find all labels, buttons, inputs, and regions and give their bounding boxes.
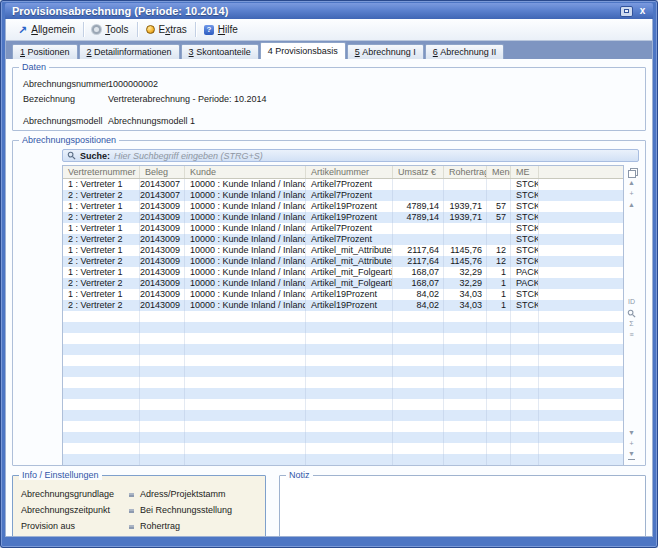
cell: 20143007 bbox=[140, 179, 185, 190]
sum-icon[interactable]: Σ bbox=[629, 319, 633, 330]
table-row-empty bbox=[63, 355, 623, 366]
table-row[interactable]: 1 : Vertreter 12014300910000 : Kunde Inl… bbox=[63, 245, 623, 256]
toolbar-item-label: Extras bbox=[159, 24, 187, 35]
column-header-kunde[interactable]: Kunde bbox=[185, 166, 306, 178]
cell bbox=[539, 300, 623, 311]
filter-icon[interactable]: ≡ bbox=[629, 330, 633, 341]
cell bbox=[393, 234, 444, 245]
cell: 2 : Vertreter 2 bbox=[63, 256, 140, 267]
search-bar[interactable]: Suche: bbox=[62, 149, 639, 162]
table-row[interactable]: 2 : Vertreter 22014300910000 : Kunde Inl… bbox=[63, 256, 623, 267]
cell bbox=[63, 366, 140, 377]
daten-legend: Daten bbox=[19, 62, 49, 72]
column-header-vertreternummer[interactable]: Vertreternummer bbox=[63, 166, 140, 178]
zoom-icon[interactable] bbox=[627, 308, 636, 319]
scroll-last-icon[interactable]: ▼ bbox=[628, 449, 635, 460]
gear-icon bbox=[92, 25, 101, 34]
table-row[interactable]: 2 : Vertreter 22014300910000 : Kunde Inl… bbox=[63, 300, 623, 311]
cell: Artikel19Prozent bbox=[306, 201, 393, 212]
toolbar-item-tools[interactable]: Tools bbox=[84, 19, 136, 40]
table-row[interactable]: 1 : Vertreter 12014300910000 : Kunde Inl… bbox=[63, 267, 623, 278]
field-label: Abrechnungsnummer bbox=[23, 79, 108, 89]
cell: 32,29 bbox=[444, 278, 487, 289]
toolbar-item-allgemein[interactable]: ↗Allgemein bbox=[10, 19, 83, 40]
table-row[interactable]: 1 : Vertreter 12014300910000 : Kunde Inl… bbox=[63, 201, 623, 212]
cell bbox=[63, 377, 140, 388]
row-id-icon[interactable]: ID bbox=[628, 297, 635, 308]
field-value: Vertreterabrechnung - Periode: 10.2014 bbox=[108, 94, 267, 104]
tab-skontoanteile[interactable]: 3 Skontoanteile bbox=[181, 44, 259, 59]
cell: 10000 : Kunde Inland / Inlandsort bbox=[185, 245, 306, 256]
cell bbox=[444, 190, 487, 201]
tab-abrechnung-ii[interactable]: 6 Abrechnung II bbox=[425, 44, 505, 59]
cell bbox=[487, 234, 511, 245]
cell bbox=[487, 377, 511, 388]
cell bbox=[539, 443, 623, 454]
close-button[interactable]: x bbox=[636, 6, 649, 17]
export-icon[interactable] bbox=[628, 166, 636, 177]
title-bar[interactable]: Provisionsabrechnung (Periode: 10.2014) … bbox=[5, 3, 653, 19]
table-row[interactable]: 1 : Vertreter 12014300710000 : Kunde Inl… bbox=[63, 179, 623, 190]
column-header-me[interactable]: ME bbox=[511, 166, 539, 178]
cell: 2 : Vertreter 2 bbox=[63, 300, 140, 311]
tab-detailinformationen[interactable]: 2 Detailinformationen bbox=[79, 44, 180, 59]
table-row[interactable]: 2 : Vertreter 22014300910000 : Kunde Inl… bbox=[63, 234, 623, 245]
table-row[interactable]: 1 : Vertreter 12014300910000 : Kunde Inl… bbox=[63, 289, 623, 300]
cell bbox=[487, 366, 511, 377]
restore-button[interactable] bbox=[620, 6, 633, 17]
cell bbox=[306, 311, 393, 322]
cell: STCK bbox=[511, 245, 539, 256]
cell: STCK bbox=[511, 223, 539, 234]
field-row-abrechnungsnummer: Abrechnungsnummer1000000002 bbox=[23, 76, 635, 91]
cell bbox=[306, 333, 393, 344]
table-row-empty bbox=[63, 377, 623, 388]
toolbar-item-hilfe[interactable]: ?Hilfe bbox=[196, 19, 246, 40]
cell bbox=[393, 443, 444, 454]
cell bbox=[511, 421, 539, 432]
cell: STCK bbox=[511, 289, 539, 300]
cell bbox=[539, 333, 623, 344]
tab-positionen[interactable]: 1 Positionen bbox=[12, 44, 78, 59]
column-header-rohertrag[interactable]: Rohertrag € bbox=[444, 166, 487, 178]
scroll-first-icon[interactable]: ▲ bbox=[628, 177, 635, 188]
table-row[interactable]: 1 : Vertreter 12014300910000 : Kunde Inl… bbox=[63, 223, 623, 234]
tab-abrechnung-i[interactable]: 5 Abrechnung I bbox=[347, 44, 424, 59]
info-einstellungen-legend: Info / Einstellungen bbox=[19, 470, 102, 480]
cell: 84,02 bbox=[393, 300, 444, 311]
help-icon: ? bbox=[204, 25, 214, 35]
table-row[interactable]: 2 : Vertreter 22014300910000 : Kunde Inl… bbox=[63, 278, 623, 289]
cell: 12 bbox=[487, 245, 511, 256]
cell: PACK bbox=[511, 278, 539, 289]
table-row[interactable]: 2 : Vertreter 22014300910000 : Kunde Inl… bbox=[63, 212, 623, 223]
row-append-icon[interactable]: + bbox=[629, 438, 633, 449]
column-header-menge[interactable]: Menge bbox=[487, 166, 511, 178]
toolbar-item-label: Hilfe bbox=[218, 24, 238, 35]
field-row-bezeichnung: BezeichnungVertreterabrechnung - Periode… bbox=[23, 91, 635, 106]
notiz-group[interactable]: Notiz bbox=[279, 475, 646, 536]
cell bbox=[306, 388, 393, 399]
column-header-umsatz[interactable]: Umsatz € bbox=[393, 166, 444, 178]
cell: 10000 : Kunde Inland / Inlandsort bbox=[185, 212, 306, 223]
toolbar-item-extras[interactable]: Extras bbox=[138, 19, 195, 40]
cell bbox=[140, 410, 185, 421]
search-input[interactable] bbox=[114, 151, 634, 161]
scroll-up-icon[interactable]: ▲ bbox=[628, 199, 635, 210]
scroll-down-icon[interactable]: ▼ bbox=[628, 427, 635, 438]
column-header-artikelnummer[interactable]: Artikelnummer bbox=[306, 166, 393, 178]
column-header-beleg[interactable]: Beleg bbox=[140, 166, 185, 178]
cell bbox=[539, 432, 623, 443]
cell bbox=[63, 443, 140, 454]
cell bbox=[539, 289, 623, 300]
cell: 1 : Vertreter 1 bbox=[63, 289, 140, 300]
cell bbox=[393, 388, 444, 399]
cell bbox=[444, 454, 487, 465]
cell: 1 : Vertreter 1 bbox=[63, 201, 140, 212]
cell: Artikel7Prozent bbox=[306, 223, 393, 234]
cell bbox=[539, 322, 623, 333]
table-row[interactable]: 2 : Vertreter 22014300710000 : Kunde Inl… bbox=[63, 190, 623, 201]
row-add-icon[interactable]: + bbox=[629, 188, 633, 199]
cell bbox=[306, 399, 393, 410]
cell bbox=[539, 311, 623, 322]
tab-provisionsbasis[interactable]: 4 Provisionsbasis bbox=[260, 42, 346, 59]
cell: 57 bbox=[487, 212, 511, 223]
